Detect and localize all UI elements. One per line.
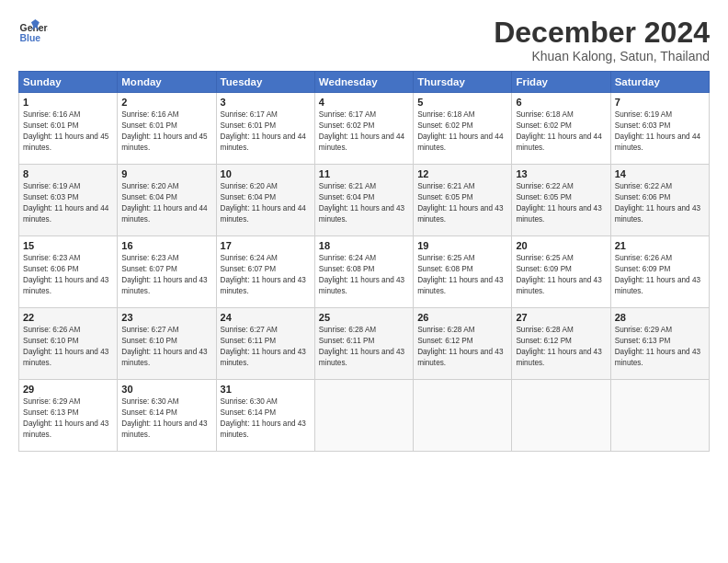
calendar-day-header: Wednesday	[314, 72, 413, 93]
day-info: Sunrise: 6:28 AMSunset: 6:11 PMDaylight:…	[319, 326, 404, 367]
logo-icon: General Blue	[18, 17, 48, 46]
calendar-day-cell: 4Sunrise: 6:17 AMSunset: 6:02 PMDaylight…	[314, 93, 413, 165]
svg-text:Blue: Blue	[20, 33, 41, 43]
day-number: 4	[319, 97, 409, 108]
calendar-day-header: Saturday	[610, 72, 709, 93]
calendar-day-cell: 28Sunrise: 6:29 AMSunset: 6:13 PMDayligh…	[610, 308, 709, 380]
day-number: 31	[221, 384, 311, 395]
day-info: Sunrise: 6:20 AMSunset: 6:04 PMDaylight:…	[121, 182, 207, 224]
calendar-day-cell: 25Sunrise: 6:28 AMSunset: 6:11 PMDayligh…	[314, 308, 413, 380]
day-info: Sunrise: 6:24 AMSunset: 6:08 PMDaylight:…	[319, 254, 404, 295]
calendar-day-cell: 27Sunrise: 6:28 AMSunset: 6:12 PMDayligh…	[512, 308, 610, 380]
title-block: December 2024 Khuan Kalong, Satun, Thail…	[494, 17, 710, 63]
day-number: 12	[417, 168, 507, 179]
location: Khuan Kalong, Satun, Thailand	[494, 49, 710, 63]
calendar-day-cell: 2Sunrise: 6:16 AMSunset: 6:01 PMDaylight…	[118, 93, 216, 165]
day-number: 6	[516, 97, 606, 108]
calendar-week-row: 29Sunrise: 6:29 AMSunset: 6:13 PMDayligh…	[19, 380, 710, 452]
day-info: Sunrise: 6:29 AMSunset: 6:13 PMDaylight:…	[23, 397, 108, 439]
calendar-day-cell: 11Sunrise: 6:21 AMSunset: 6:04 PMDayligh…	[314, 165, 413, 236]
day-info: Sunrise: 6:22 AMSunset: 6:06 PMDaylight:…	[615, 182, 700, 224]
day-info: Sunrise: 6:23 AMSunset: 6:07 PMDaylight:…	[121, 254, 207, 295]
calendar-week-row: 15Sunrise: 6:23 AMSunset: 6:06 PMDayligh…	[19, 236, 710, 308]
day-info: Sunrise: 6:16 AMSunset: 6:01 PMDaylight:…	[121, 110, 207, 152]
calendar-day-cell: 18Sunrise: 6:24 AMSunset: 6:08 PMDayligh…	[314, 236, 413, 308]
day-number: 19	[417, 240, 507, 251]
calendar-day-cell: 10Sunrise: 6:20 AMSunset: 6:04 PMDayligh…	[216, 165, 314, 236]
day-number: 16	[121, 240, 211, 251]
day-number: 17	[221, 240, 311, 251]
calendar-day-cell: 22Sunrise: 6:26 AMSunset: 6:10 PMDayligh…	[19, 308, 118, 380]
day-number: 27	[516, 312, 606, 323]
calendar-day-cell: 23Sunrise: 6:27 AMSunset: 6:10 PMDayligh…	[118, 308, 216, 380]
calendar-day-cell: 21Sunrise: 6:26 AMSunset: 6:09 PMDayligh…	[610, 236, 709, 308]
calendar-day-cell	[610, 380, 709, 452]
day-number: 30	[121, 384, 211, 395]
day-number: 28	[615, 312, 705, 323]
day-info: Sunrise: 6:19 AMSunset: 6:03 PMDaylight:…	[615, 110, 700, 152]
day-info: Sunrise: 6:23 AMSunset: 6:06 PMDaylight:…	[23, 254, 108, 295]
calendar-day-cell: 16Sunrise: 6:23 AMSunset: 6:07 PMDayligh…	[118, 236, 216, 308]
calendar-day-header: Friday	[512, 72, 610, 93]
day-number: 3	[221, 97, 311, 108]
calendar-day-cell	[512, 380, 610, 452]
calendar-day-header: Tuesday	[216, 72, 314, 93]
page: General Blue December 2024 Khuan Kalong,…	[0, 0, 728, 563]
calendar-day-cell	[414, 380, 512, 452]
day-info: Sunrise: 6:17 AMSunset: 6:01 PMDaylight:…	[221, 110, 306, 152]
day-number: 5	[417, 97, 507, 108]
header: General Blue December 2024 Khuan Kalong,…	[18, 17, 710, 63]
calendar-header-row: SundayMondayTuesdayWednesdayThursdayFrid…	[19, 72, 710, 93]
calendar-day-cell: 12Sunrise: 6:21 AMSunset: 6:05 PMDayligh…	[414, 165, 512, 236]
calendar-day-header: Sunday	[19, 72, 118, 93]
day-number: 15	[23, 240, 113, 251]
calendar-day-cell: 31Sunrise: 6:30 AMSunset: 6:14 PMDayligh…	[216, 380, 314, 452]
day-number: 2	[121, 97, 211, 108]
day-number: 18	[319, 240, 409, 251]
calendar-day-cell	[314, 380, 413, 452]
day-info: Sunrise: 6:21 AMSunset: 6:04 PMDaylight:…	[319, 182, 404, 224]
day-number: 21	[615, 240, 705, 251]
calendar-day-cell: 14Sunrise: 6:22 AMSunset: 6:06 PMDayligh…	[610, 165, 709, 236]
calendar-week-row: 8Sunrise: 6:19 AMSunset: 6:03 PMDaylight…	[19, 165, 710, 236]
calendar-day-cell: 6Sunrise: 6:18 AMSunset: 6:02 PMDaylight…	[512, 93, 610, 165]
calendar-day-cell: 15Sunrise: 6:23 AMSunset: 6:06 PMDayligh…	[19, 236, 118, 308]
day-number: 7	[615, 97, 705, 108]
calendar-day-cell: 20Sunrise: 6:25 AMSunset: 6:09 PMDayligh…	[512, 236, 610, 308]
calendar-day-cell: 3Sunrise: 6:17 AMSunset: 6:01 PMDaylight…	[216, 93, 314, 165]
day-number: 29	[23, 384, 113, 395]
day-info: Sunrise: 6:28 AMSunset: 6:12 PMDaylight:…	[516, 326, 601, 367]
day-number: 26	[417, 312, 507, 323]
calendar-day-cell: 9Sunrise: 6:20 AMSunset: 6:04 PMDaylight…	[118, 165, 216, 236]
day-number: 9	[121, 168, 211, 179]
calendar-table: SundayMondayTuesdayWednesdayThursdayFrid…	[18, 71, 710, 452]
calendar-day-header: Monday	[118, 72, 216, 93]
day-info: Sunrise: 6:30 AMSunset: 6:14 PMDaylight:…	[221, 397, 306, 439]
calendar-day-cell: 24Sunrise: 6:27 AMSunset: 6:11 PMDayligh…	[216, 308, 314, 380]
day-info: Sunrise: 6:27 AMSunset: 6:11 PMDaylight:…	[221, 326, 306, 367]
calendar-day-cell: 30Sunrise: 6:30 AMSunset: 6:14 PMDayligh…	[118, 380, 216, 452]
day-number: 10	[221, 168, 311, 179]
day-number: 25	[319, 312, 409, 323]
day-number: 8	[23, 168, 113, 179]
calendar-day-cell: 8Sunrise: 6:19 AMSunset: 6:03 PMDaylight…	[19, 165, 118, 236]
day-number: 13	[516, 168, 606, 179]
logo: General Blue	[18, 17, 51, 46]
calendar-day-cell: 17Sunrise: 6:24 AMSunset: 6:07 PMDayligh…	[216, 236, 314, 308]
day-number: 23	[121, 312, 211, 323]
day-info: Sunrise: 6:26 AMSunset: 6:09 PMDaylight:…	[615, 254, 700, 295]
day-info: Sunrise: 6:29 AMSunset: 6:13 PMDaylight:…	[615, 326, 700, 367]
day-number: 24	[221, 312, 311, 323]
day-info: Sunrise: 6:30 AMSunset: 6:14 PMDaylight:…	[121, 397, 207, 439]
calendar-day-cell: 5Sunrise: 6:18 AMSunset: 6:02 PMDaylight…	[414, 93, 512, 165]
day-number: 1	[23, 97, 113, 108]
calendar-day-header: Thursday	[414, 72, 512, 93]
day-info: Sunrise: 6:17 AMSunset: 6:02 PMDaylight:…	[319, 110, 404, 152]
day-number: 14	[615, 168, 705, 179]
day-number: 22	[23, 312, 113, 323]
day-info: Sunrise: 6:25 AMSunset: 6:08 PMDaylight:…	[417, 254, 503, 295]
calendar-day-cell: 19Sunrise: 6:25 AMSunset: 6:08 PMDayligh…	[414, 236, 512, 308]
day-info: Sunrise: 6:28 AMSunset: 6:12 PMDaylight:…	[417, 326, 503, 367]
day-info: Sunrise: 6:25 AMSunset: 6:09 PMDaylight:…	[516, 254, 601, 295]
day-info: Sunrise: 6:26 AMSunset: 6:10 PMDaylight:…	[23, 326, 108, 367]
